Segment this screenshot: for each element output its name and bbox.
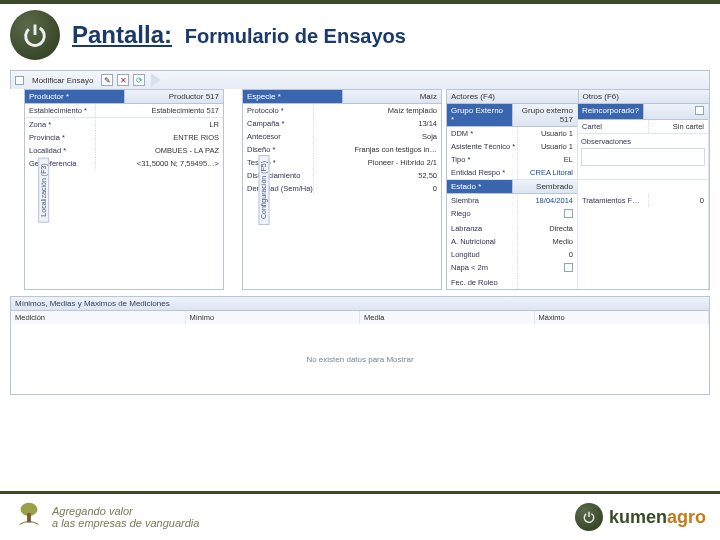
footer: Agregando valor a las empresas de vangua… xyxy=(0,491,720,540)
lbl-ddm: DDM * xyxy=(447,127,517,140)
form-title: Modificar Ensayo xyxy=(28,75,97,86)
val-riego[interactable] xyxy=(517,207,577,222)
lbl-anutr: A. Nutricional xyxy=(447,235,517,248)
reinc-label: Reincorporado? xyxy=(578,104,644,119)
lbl-trat: Tratamientos F… xyxy=(578,194,648,207)
lbl-protocolo: Protocolo * xyxy=(243,104,313,117)
lbl-roleo: Fec. de Roleo xyxy=(447,276,517,289)
val-campana[interactable]: 13/14 xyxy=(313,117,441,130)
brand-text: kumenagro xyxy=(609,507,706,528)
refresh-button[interactable]: ⟳ xyxy=(133,74,145,86)
val-protocolo[interactable]: Maíz templado xyxy=(313,104,441,117)
panel-configuracion: Configuración (F5) Especie * Maíz Protoc… xyxy=(242,89,442,290)
val-entidad[interactable]: CREA Litoral xyxy=(517,166,577,179)
grupo-ext-value[interactable]: Grupo externo 517 xyxy=(513,104,578,126)
power-icon xyxy=(581,509,597,525)
lbl-asist: Asistente Técnico * xyxy=(447,140,517,153)
lbl-establecimiento: Establecimiento * xyxy=(25,104,95,117)
lbl-napa: Napa < 2m xyxy=(447,261,517,276)
lbl-tipo: Tipo * xyxy=(447,153,517,166)
lbl-labranza: Labranza xyxy=(447,222,517,235)
val-establecimiento[interactable]: Establecimiento 517 xyxy=(95,104,223,117)
brand-b: agro xyxy=(667,507,706,527)
checkbox-icon[interactable] xyxy=(564,209,573,218)
val-diseno[interactable]: Franjas con testigos in… xyxy=(313,143,441,156)
obs-textarea[interactable] xyxy=(581,148,705,166)
panel-localizacion: Localización (F3) Productor * Productor … xyxy=(24,89,224,290)
val-roleo[interactable] xyxy=(517,276,577,289)
val-testigo[interactable]: Pioneer - Híbrido 2/1 xyxy=(313,156,441,169)
val-densidad[interactable]: 0 xyxy=(313,182,441,195)
val-zona[interactable]: LR xyxy=(95,118,223,131)
power-icon xyxy=(21,21,49,49)
title-main: Pantalla: xyxy=(72,21,172,48)
estado-label: Estado * xyxy=(447,180,513,193)
tab-actores[interactable]: Actores (F4) xyxy=(447,90,579,103)
col-media[interactable]: Media xyxy=(360,311,535,324)
tab-otros[interactable]: Otros (F6) xyxy=(579,90,710,103)
table-empty: No existen datos para Mostrar xyxy=(11,324,709,394)
col-maximo[interactable]: Máximo xyxy=(535,311,710,324)
tagline-2: a las empresas de vanguardia xyxy=(52,517,199,529)
val-localidad[interactable]: OMBUES - LA PAZ xyxy=(95,144,223,157)
lbl-riego: Riego xyxy=(447,207,517,222)
val-anutr[interactable]: Medio xyxy=(517,235,577,248)
checkbox-icon[interactable] xyxy=(695,106,704,115)
grupo-ext-label: Grupo Externo * xyxy=(447,104,513,126)
lbl-testigo: Testigo * xyxy=(243,156,313,169)
especie-label[interactable]: Especie * xyxy=(243,90,343,103)
lbl-cartel: Cartel xyxy=(578,120,648,133)
lbl-zona: Zona * xyxy=(25,118,95,131)
col-medicion[interactable]: Medición xyxy=(11,311,186,324)
reinc-check[interactable] xyxy=(644,104,708,119)
brand-badge xyxy=(10,10,60,60)
col-minimo[interactable]: Mínimo xyxy=(186,311,361,324)
estado-value[interactable]: Sembrado xyxy=(513,180,578,193)
val-tipo[interactable]: EL xyxy=(517,153,577,166)
val-trat[interactable]: 0 xyxy=(648,194,708,207)
brand-a: kumen xyxy=(609,507,667,527)
panels-row: Localización (F3) Productor * Productor … xyxy=(10,89,710,290)
app-window: Modificar Ensayo ✎ ✕ ⟳ Localización (F3)… xyxy=(10,70,710,395)
lbl-densidad: Densidad (Sem/Ha) xyxy=(243,182,313,195)
val-provincia[interactable]: ENTRE RIOS xyxy=(95,131,223,144)
table-mediciones: Mínimos, Medias y Máximos de Mediciones … xyxy=(10,296,710,395)
brand-badge-small xyxy=(575,503,603,531)
lbl-dist: Distanciamiento xyxy=(243,169,313,182)
especie-value: Maíz xyxy=(343,90,442,103)
val-georef[interactable]: <31,5000 N; 7,59495…> xyxy=(95,157,223,170)
slide-header: Pantalla: Formulario de Ensayos xyxy=(0,4,720,66)
lbl-campana: Campaña * xyxy=(243,117,313,130)
lbl-long: Longitud xyxy=(447,248,517,261)
lbl-localidad: Localidad * xyxy=(25,144,95,157)
val-dist[interactable]: 52,50 xyxy=(313,169,441,182)
lbl-georef: Georeferencia xyxy=(25,157,95,170)
checkbox-icon[interactable] xyxy=(15,76,24,85)
breadcrumb-arrow-icon xyxy=(151,73,161,87)
lbl-provincia: Provincia * xyxy=(25,131,95,144)
val-long[interactable]: 0 xyxy=(517,248,577,261)
lbl-entidad: Entidad Respo * xyxy=(447,166,517,179)
val-siembra[interactable]: 18/04/2014 xyxy=(517,194,577,207)
val-cartel[interactable]: Sin cartel xyxy=(648,120,708,133)
val-antecesor[interactable]: Soja xyxy=(313,130,441,143)
productor-value: Productor 517 xyxy=(125,90,224,103)
lbl-siembra: Siembra xyxy=(447,194,517,207)
productor-tab[interactable]: Productor * xyxy=(25,90,125,103)
tagline: Agregando valor a las empresas de vangua… xyxy=(52,505,199,529)
panel-right: Actores (F4) Otros (F6) Grupo Externo *G… xyxy=(446,89,710,290)
checkbox-icon[interactable] xyxy=(564,263,573,272)
sidetab-localizacion[interactable]: Localización (F3) xyxy=(38,157,49,222)
val-asist[interactable]: Usuario 1 xyxy=(517,140,577,153)
sidetab-configuracion[interactable]: Configuración (F5) xyxy=(258,155,269,225)
tree-icon xyxy=(14,500,44,534)
table-title: Mínimos, Medias y Máximos de Mediciones xyxy=(11,297,709,311)
val-ddm[interactable]: Usuario 1 xyxy=(517,127,577,140)
tagline-1: Agregando valor xyxy=(52,505,199,517)
close-button[interactable]: ✕ xyxy=(117,74,129,86)
val-napa[interactable] xyxy=(517,261,577,276)
edit-button[interactable]: ✎ xyxy=(101,74,113,86)
lbl-antecesor: Antecesor xyxy=(243,130,313,143)
lbl-diseno: Diseño * xyxy=(243,143,313,156)
val-labranza[interactable]: Directa xyxy=(517,222,577,235)
